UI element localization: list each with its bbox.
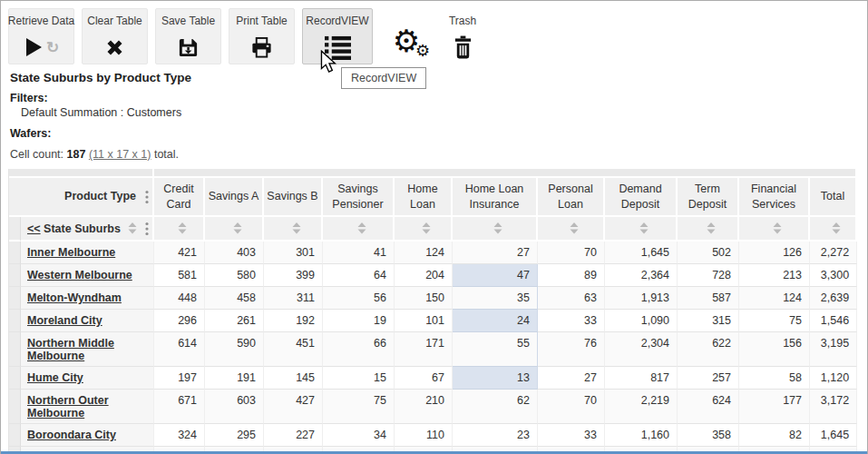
data-cell[interactable]: 295 (205, 424, 264, 447)
data-cell[interactable]: 76 (538, 332, 605, 367)
data-cell[interactable]: 817 (605, 367, 678, 390)
data-cell[interactable]: 197 (154, 367, 205, 390)
row-axis-state-suburbs[interactable]: << State Suburbs (21, 217, 154, 242)
data-cell[interactable]: 1,160 (605, 424, 678, 447)
sort-icon[interactable] (292, 222, 301, 234)
column-sort-cell[interactable] (154, 217, 205, 242)
data-cell[interactable]: 63 (538, 287, 605, 310)
row-label-link[interactable]: Northern Middle Melbourne (27, 337, 114, 362)
column-sort-cell[interactable] (605, 217, 678, 242)
column-sort-cell[interactable] (538, 217, 605, 242)
row-label-link[interactable]: Moreland City (27, 314, 102, 327)
data-cell[interactable]: 82 (739, 424, 810, 447)
data-cell[interactable]: 581 (154, 264, 205, 287)
print-table-button[interactable]: Print Table (229, 8, 295, 64)
data-cell[interactable]: 399 (264, 264, 323, 287)
row-label-link[interactable]: Boroondara City (27, 429, 116, 441)
data-cell[interactable]: 56 (323, 287, 395, 310)
data-cell[interactable]: 2,219 (605, 390, 678, 424)
column-sort-cell[interactable] (395, 217, 453, 242)
column-sort-cell[interactable] (453, 217, 538, 242)
row-label-link[interactable]: Hume City (27, 371, 83, 384)
data-cell[interactable]: 2,272 (810, 242, 857, 264)
data-cell[interactable]: 62 (453, 390, 538, 424)
data-cell[interactable]: 24 (453, 310, 538, 332)
data-cell[interactable]: 624 (678, 390, 739, 424)
data-cell[interactable]: 427 (264, 390, 323, 424)
data-cell[interactable]: 213 (739, 264, 810, 287)
data-cell[interactable]: 70 (538, 242, 605, 264)
data-cell[interactable]: 192 (264, 310, 323, 332)
data-cell[interactable]: 315 (678, 310, 739, 332)
sort-icon[interactable] (707, 222, 716, 234)
data-cell[interactable]: 35 (453, 287, 538, 310)
sort-icon[interactable] (357, 222, 366, 234)
data-cell[interactable]: 2,304 (605, 332, 678, 367)
trash-button[interactable]: Trash (440, 8, 485, 64)
settings-button[interactable]: ⚙⚙ (380, 8, 433, 64)
data-cell[interactable]: 70 (538, 390, 605, 424)
data-cell[interactable]: 614 (154, 332, 205, 367)
data-cell[interactable]: 3,172 (810, 390, 857, 424)
recordview-button[interactable]: RecordVIEW (302, 8, 373, 64)
kebab-menu-icon[interactable] (145, 190, 149, 204)
data-cell[interactable]: 19 (323, 310, 395, 332)
column-sort-cell[interactable] (739, 217, 810, 242)
data-cell[interactable]: 156 (739, 332, 810, 367)
data-cell[interactable]: 41 (323, 242, 395, 264)
data-cell[interactable]: 1,546 (810, 310, 857, 332)
data-cell[interactable]: 13 (453, 367, 538, 390)
row-label-link[interactable]: Melton-Wyndham (27, 291, 122, 304)
column-sort-cell[interactable] (810, 217, 857, 242)
data-cell[interactable]: 311 (264, 287, 323, 310)
data-cell[interactable]: 124 (395, 242, 453, 264)
row-label-link[interactable]: Inner Melbourne (27, 246, 115, 259)
data-cell[interactable]: 728 (678, 264, 739, 287)
data-cell[interactable]: 403 (205, 242, 264, 264)
data-cell[interactable]: 67 (395, 367, 453, 390)
retrieve-data-button[interactable]: Retrieve Data ↻ (8, 8, 74, 64)
sort-icon[interactable] (639, 222, 649, 234)
data-cell[interactable]: 101 (395, 310, 453, 332)
data-cell[interactable]: 261 (205, 310, 264, 332)
sort-icon[interactable] (178, 222, 187, 234)
data-cell[interactable]: 1,645 (810, 424, 857, 447)
data-cell[interactable]: 110 (395, 424, 453, 447)
data-cell[interactable]: 33 (538, 310, 605, 332)
data-cell[interactable]: 75 (739, 310, 810, 332)
row-label-link[interactable]: Western Melbourne (27, 269, 132, 281)
data-cell[interactable]: 580 (205, 264, 264, 287)
sort-icon[interactable] (570, 222, 579, 234)
data-cell[interactable]: 171 (395, 332, 453, 367)
save-table-button[interactable]: Save Table (155, 8, 221, 64)
data-cell[interactable]: 296 (154, 310, 205, 332)
data-cell[interactable]: 671 (154, 390, 205, 424)
data-cell[interactable]: 1,120 (810, 367, 857, 390)
data-cell[interactable]: 1,645 (605, 242, 678, 264)
data-cell[interactable]: 27 (453, 242, 538, 264)
data-cell[interactable]: 66 (323, 332, 395, 367)
column-sort-cell[interactable] (678, 217, 739, 242)
sort-icon[interactable] (128, 222, 137, 234)
data-cell[interactable]: 227 (264, 424, 323, 447)
data-cell[interactable]: 451 (264, 332, 323, 367)
data-cell[interactable]: 1,913 (605, 287, 678, 310)
data-cell[interactable]: 448 (154, 287, 205, 310)
row-label-link[interactable]: Northern Outer Melbourne (27, 394, 109, 419)
cell-count-dimensions-link[interactable]: (11 x 17 x 1) (89, 148, 151, 161)
sort-icon[interactable] (493, 222, 502, 234)
collapse-axis-link[interactable]: << (27, 222, 41, 235)
data-cell[interactable]: 1,090 (605, 310, 678, 332)
data-cell[interactable]: 191 (205, 367, 264, 390)
column-sort-cell[interactable] (323, 217, 395, 242)
data-cell[interactable]: 421 (154, 242, 205, 264)
data-cell[interactable]: 301 (264, 242, 323, 264)
data-cell[interactable]: 210 (395, 390, 453, 424)
data-cell[interactable]: 58 (739, 367, 810, 390)
sort-icon[interactable] (233, 222, 242, 234)
data-cell[interactable]: 47 (453, 264, 538, 287)
data-cell[interactable]: 33 (538, 424, 605, 447)
sort-icon[interactable] (422, 222, 431, 234)
data-cell[interactable]: 2,639 (810, 287, 857, 310)
column-sort-cell[interactable] (264, 217, 323, 242)
